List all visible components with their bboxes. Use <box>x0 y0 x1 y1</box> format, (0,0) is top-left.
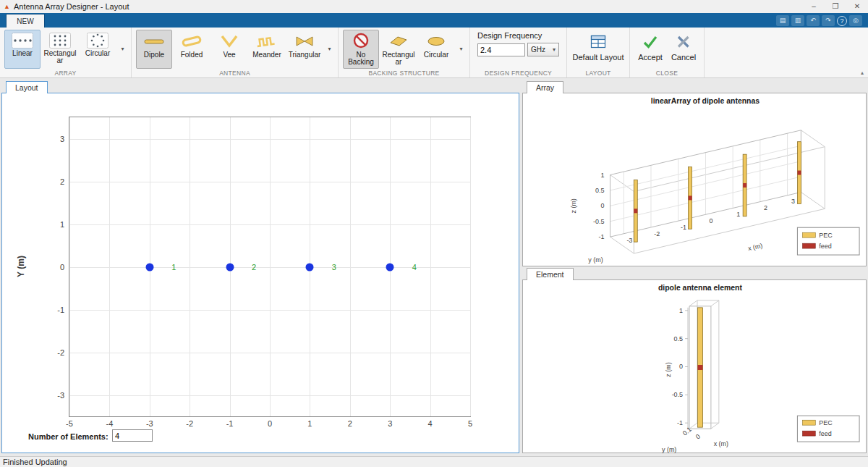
array-panel-body: linearArray of dipole antennas <box>522 93 867 266</box>
layout-panel: Layout Y (m) -5-4-3-2-10123453210-1-2-31… <box>1 81 519 453</box>
dipole-icon <box>142 33 166 50</box>
antenna-gallery-dropdown-icon[interactable]: ▾ <box>325 30 334 68</box>
default-layout-label: Default Layout <box>573 53 624 62</box>
help-icon[interactable]: ? <box>837 16 847 26</box>
y-tick-label: 1 <box>60 220 64 229</box>
element-plot-box <box>689 300 719 429</box>
ribbon: Linear Rectangular Ci <box>0 28 868 78</box>
design-frequency-label: Design Frequency <box>477 31 542 40</box>
svg-text:0: 0 <box>709 217 712 224</box>
x-gridline <box>470 117 471 416</box>
svg-text:-1: -1 <box>599 233 605 240</box>
svg-text:0.5: 0.5 <box>674 335 683 342</box>
antenna-folded-button[interactable]: Folded <box>174 30 210 69</box>
frequency-unit-value: GHz <box>531 46 545 54</box>
maximize-button[interactable]: ❐ <box>825 0 846 13</box>
svg-text:3: 3 <box>791 198 795 205</box>
array-plot-box <box>610 130 825 253</box>
array-element-marker[interactable] <box>386 263 394 271</box>
array-linear-button[interactable]: Linear <box>4 30 41 69</box>
element-3d-plot[interactable]: dipole antenna element 1 0.5 0 - <box>523 280 867 453</box>
y-tick-label: -1 <box>57 306 64 314</box>
tab-layout[interactable]: Layout <box>6 81 48 93</box>
array-element-marker[interactable] <box>145 263 153 271</box>
rectangular-array-icon <box>49 33 71 49</box>
antenna-vee-button[interactable]: Vee <box>211 30 247 69</box>
backing-none-button[interactable]: No Backing <box>343 30 379 69</box>
design-frequency-input[interactable] <box>477 43 525 56</box>
copy-icon[interactable]: ▥ <box>791 15 804 26</box>
backing-section-label: BACKING STRUCTURE <box>339 70 469 77</box>
y-gridline <box>69 267 470 268</box>
array-3d-plot[interactable]: linearArray of dipole antennas <box>523 93 867 266</box>
svg-text:-3: -3 <box>626 237 632 244</box>
array-layout-plot[interactable]: -5-4-3-2-10123453210-1-2-31234 <box>69 117 471 417</box>
element-z-ticks: 1 0.5 0 -0.5 -1 <box>672 307 683 426</box>
antenna-triangular-button[interactable]: Triangular <box>286 30 323 69</box>
y-gridline <box>69 310 470 311</box>
layout-section-label: LAYOUT <box>567 70 629 77</box>
array-circular-button[interactable]: Circular <box>80 30 116 69</box>
backing-rectangular-button[interactable]: Rectangular <box>380 30 417 69</box>
backing-circular-label: Circular <box>419 51 454 59</box>
app-window: ▲ Antenna Array Designer - Layout – ❐ ✕ … <box>0 0 868 467</box>
section-array: Linear Rectangular Ci <box>0 28 132 77</box>
cancel-button[interactable]: Cancel <box>667 30 700 62</box>
element-number-label: 2 <box>252 263 256 272</box>
antenna-meander-button[interactable]: Meander <box>249 30 285 69</box>
cancel-x-icon <box>675 33 692 51</box>
redo-icon[interactable]: ↷ <box>822 15 835 26</box>
save-icon[interactable]: ▤ <box>776 15 789 26</box>
array-element-marker[interactable] <box>226 263 234 271</box>
tab-array[interactable]: Array <box>527 81 563 93</box>
svg-text:-1: -1 <box>681 224 686 231</box>
collapse-ribbon-icon[interactable]: ▴ <box>861 70 864 76</box>
element-number-label: 1 <box>171 263 176 272</box>
undo-icon[interactable]: ↶ <box>807 15 820 26</box>
titlebar: ▲ Antenna Array Designer - Layout – ❐ ✕ <box>0 0 868 13</box>
array-plot-title: linearArray of dipole antennas <box>651 97 760 105</box>
close-button[interactable]: ✕ <box>846 0 868 13</box>
array-gallery-dropdown-icon[interactable]: ▾ <box>118 30 127 68</box>
backing-gallery-dropdown-icon[interactable]: ▾ <box>456 30 466 68</box>
main-area: Layout Y (m) -5-4-3-2-10123453210-1-2-31… <box>0 78 868 456</box>
element-z-tick-marks <box>685 311 688 423</box>
number-of-elements-input[interactable] <box>112 429 153 442</box>
tab-element[interactable]: Element <box>527 268 574 280</box>
x-tick-label: 3 <box>388 419 392 428</box>
y-gridline <box>69 395 470 396</box>
x-tick-label: -3 <box>146 419 153 428</box>
array-rectangular-button[interactable]: Rectangular <box>42 30 78 69</box>
frequency-unit-dropdown[interactable]: GHz ▾ <box>527 43 559 56</box>
y-gridline <box>69 224 470 225</box>
default-layout-button[interactable]: Default Layout <box>571 30 626 62</box>
element-legend-pec-label: PEC <box>819 419 833 426</box>
array-grid-lines <box>610 133 801 234</box>
svg-text:-0.5: -0.5 <box>593 218 604 225</box>
accept-check-icon <box>642 33 659 51</box>
array-section-label: ARRAY <box>0 70 131 77</box>
section-close: Accept Cancel CLOSE <box>630 28 705 77</box>
array-element-marker[interactable] <box>306 263 314 271</box>
accept-button[interactable]: Accept <box>634 30 667 62</box>
svg-text:1: 1 <box>736 211 740 218</box>
dipole-feed-point <box>697 365 702 370</box>
dipole-antennas <box>634 142 801 242</box>
cancel-label: Cancel <box>671 53 696 62</box>
feed-points <box>634 171 801 214</box>
legend-pec-swatch <box>802 232 815 237</box>
svg-text:-0.5: -0.5 <box>672 391 683 398</box>
resources-icon[interactable]: ◎ <box>849 15 862 26</box>
minimize-button[interactable]: – <box>803 0 825 13</box>
x-tick-label: 1 <box>307 419 312 428</box>
status-message: Finished Updating <box>3 458 67 466</box>
y-tick-label: -3 <box>57 391 64 400</box>
antenna-dipole-button[interactable]: Dipole <box>136 30 172 69</box>
y-gridline <box>69 139 470 140</box>
backing-circular-button[interactable]: Circular <box>418 30 454 69</box>
rectangular-backing-icon <box>388 33 409 50</box>
element-number-label: 3 <box>332 263 336 272</box>
close-section-label: CLOSE <box>630 70 704 77</box>
element-x-axis-label: x (m) <box>714 440 728 447</box>
tab-new[interactable]: NEW <box>6 14 45 28</box>
